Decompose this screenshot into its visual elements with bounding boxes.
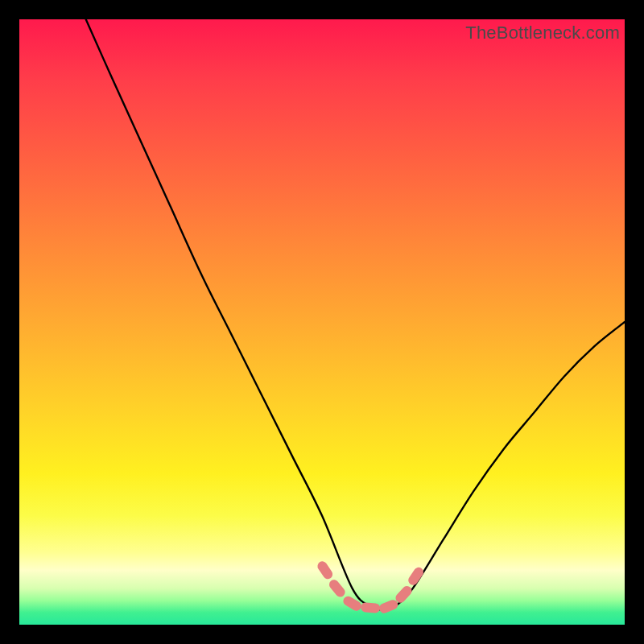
bottleneck-curve [86, 19, 625, 609]
curve-layer [19, 19, 625, 625]
highlight-marker [316, 559, 334, 581]
highlight-marker [378, 598, 399, 614]
highlight-markers [316, 559, 425, 614]
highlight-marker [361, 602, 381, 613]
chart-frame: TheBottleneck.com [0, 0, 644, 644]
highlight-marker [407, 565, 425, 587]
plot-area [19, 19, 625, 625]
highlight-marker [341, 594, 363, 612]
highlight-marker [328, 578, 347, 599]
